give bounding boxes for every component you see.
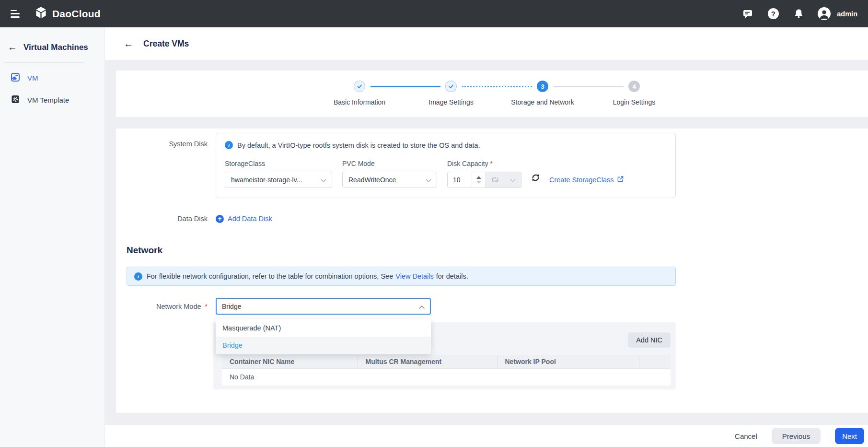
- option-bridge[interactable]: Bridge: [216, 337, 431, 354]
- system-disk-info-text: By default, a VirtIO-type rootfs system …: [237, 141, 480, 149]
- step-login-settings[interactable]: 4 Login Settings: [589, 81, 680, 106]
- external-link-icon: [617, 176, 624, 184]
- sidebar-item-vm-template[interactable]: VM Template: [0, 89, 104, 111]
- brand[interactable]: DaoCloud: [35, 6, 101, 21]
- add-nic-button[interactable]: Add NIC: [628, 332, 671, 348]
- storageclass-field: StorageClass hwameistor-storage-lv...: [225, 160, 342, 188]
- sidebar-nav: VM VM Template: [0, 67, 104, 111]
- column-multus-cr-management: Multus CR Management: [358, 355, 497, 368]
- user-avatar[interactable]: [818, 7, 831, 20]
- system-disk-row: System Disk i By default, a VirtIO-type …: [116, 133, 868, 198]
- username-label: admin: [837, 10, 857, 18]
- step-label: Image Settings: [428, 98, 473, 106]
- column-actions: [639, 355, 671, 368]
- pvc-mode-select[interactable]: ReadWriteOnce: [342, 172, 437, 188]
- previous-button[interactable]: Previous: [772, 428, 821, 444]
- stepper-down-icon[interactable]: [476, 181, 481, 184]
- chevron-down-icon: [510, 176, 516, 184]
- data-disk-row: Data Disk + Add Data Disk: [116, 213, 868, 224]
- topbar: DaoCloud ? admin: [0, 0, 868, 27]
- plus-circle-icon: +: [216, 215, 224, 223]
- system-disk-info: i By default, a VirtIO-type rootfs syste…: [225, 141, 667, 149]
- topbar-actions: ? admin: [741, 7, 860, 20]
- step-storage-and-network[interactable]: 3 Storage and Network: [497, 81, 589, 106]
- sidebar-back-arrow-icon[interactable]: ←: [8, 42, 17, 53]
- disk-capacity-stepper: [472, 172, 486, 188]
- step-number-badge: 4: [628, 81, 640, 92]
- pvc-mode-value: ReadWriteOnce: [348, 176, 396, 184]
- nic-table: Container NIC Name Multus CR Management …: [222, 355, 671, 386]
- sidebar-header: ← Virtual Machines: [0, 27, 104, 53]
- sidebar-title: Virtual Machines: [23, 43, 88, 52]
- network-mode-dropdown-menu: Masquerade (NAT) Bridge: [216, 319, 431, 354]
- column-container-nic-name: Container NIC Name: [222, 355, 358, 368]
- step-image-settings[interactable]: Image Settings: [405, 81, 497, 106]
- system-disk-box: i By default, a VirtIO-type rootfs syste…: [216, 133, 676, 198]
- step-number-badge: 3: [537, 81, 548, 92]
- menu-toggle-icon[interactable]: [11, 10, 21, 18]
- sidebar-item-vm[interactable]: VM: [0, 67, 104, 89]
- messages-icon[interactable]: [741, 8, 754, 20]
- sidebar-divider: [5, 62, 84, 63]
- network-info-alert: i For flexible network configuration, re…: [127, 267, 676, 286]
- network-mode-label: Network Mode *: [116, 303, 213, 310]
- footer-actions: Cancel Previous Next: [105, 425, 868, 447]
- step-done-check-icon: [445, 81, 457, 92]
- form-card: System Disk i By default, a VirtIO-type …: [116, 129, 868, 413]
- alert-text: For flexible network configuration, refe…: [147, 272, 468, 280]
- sidebar-item-label: VM Template: [27, 96, 69, 104]
- disk-capacity-input[interactable]: [448, 172, 472, 188]
- capacity-unit-select[interactable]: Gi: [486, 172, 521, 188]
- stepper: Basic Information Image Settings 3 Stora…: [314, 81, 680, 109]
- sidebar-item-label: VM: [27, 74, 38, 82]
- next-button[interactable]: Next: [835, 428, 864, 444]
- notifications-bell-icon[interactable]: [792, 8, 805, 20]
- storageclass-label: StorageClass: [225, 160, 342, 167]
- info-icon: i: [134, 272, 142, 281]
- network-heading: Network: [127, 245, 868, 256]
- step-label: Login Settings: [613, 98, 656, 106]
- pvc-mode-field: PVC Mode ReadWriteOnce: [342, 160, 447, 188]
- stepper-card: Basic Information Image Settings 3 Stora…: [116, 71, 868, 117]
- view-details-link[interactable]: View Details: [395, 272, 434, 280]
- page-title: Create VMs: [143, 39, 189, 49]
- no-data-cell: No Data: [222, 368, 671, 386]
- step-label: Storage and Network: [511, 98, 574, 106]
- step-done-check-icon: [354, 81, 365, 92]
- info-icon: i: [225, 141, 233, 149]
- network-mode-value: Bridge: [222, 303, 241, 310]
- chevron-down-icon: [426, 176, 431, 184]
- disk-capacity-field: Disk Capacity *: [447, 160, 521, 188]
- step-basic-information[interactable]: Basic Information: [314, 81, 405, 106]
- create-storageclass-link[interactable]: Create StorageClass: [549, 176, 624, 184]
- disk-capacity-inputbox: [447, 172, 486, 188]
- network-mode-row: Network Mode * Bridge Masquerade (NAT) B…: [116, 298, 868, 315]
- add-data-disk-link[interactable]: + Add Data Disk: [216, 215, 272, 223]
- nic-table-empty-row: No Data: [222, 368, 671, 386]
- system-disk-label: System Disk: [116, 133, 213, 198]
- page-back-arrow-icon[interactable]: ←: [124, 38, 133, 49]
- help-icon[interactable]: ?: [767, 8, 779, 20]
- page-header: ← Create VMs: [105, 27, 868, 60]
- storageclass-select[interactable]: hwameistor-storage-lv...: [225, 172, 332, 188]
- step-label: Basic Information: [334, 98, 385, 106]
- disk-capacity-group: Gi: [447, 172, 521, 188]
- stepper-up-icon[interactable]: [476, 176, 481, 179]
- daocloud-logo-icon: [35, 6, 47, 21]
- network-mode-select[interactable]: Bridge: [216, 298, 431, 315]
- capacity-unit-value: Gi: [492, 176, 498, 184]
- disk-capacity-label: Disk Capacity *: [447, 160, 521, 167]
- nic-table-header-row: Container NIC Name Multus CR Management …: [222, 355, 671, 368]
- system-disk-fields: StorageClass hwameistor-storage-lv... PV…: [225, 160, 667, 188]
- brand-name: DaoCloud: [52, 8, 101, 20]
- refresh-icon[interactable]: [531, 173, 541, 185]
- option-masquerade-nat[interactable]: Masquerade (NAT): [216, 319, 431, 337]
- pvc-mode-label: PVC Mode: [342, 160, 447, 167]
- network-mode-select-wrap: Bridge Masquerade (NAT) Bridge: [216, 298, 431, 315]
- required-asterisk: *: [490, 160, 493, 167]
- vm-icon: [11, 72, 20, 83]
- main-content: ← Create VMs Basic Information Image Set…: [105, 27, 868, 447]
- chevron-down-icon: [321, 176, 326, 184]
- cancel-button[interactable]: Cancel: [735, 432, 757, 440]
- data-disk-label: Data Disk: [116, 215, 213, 223]
